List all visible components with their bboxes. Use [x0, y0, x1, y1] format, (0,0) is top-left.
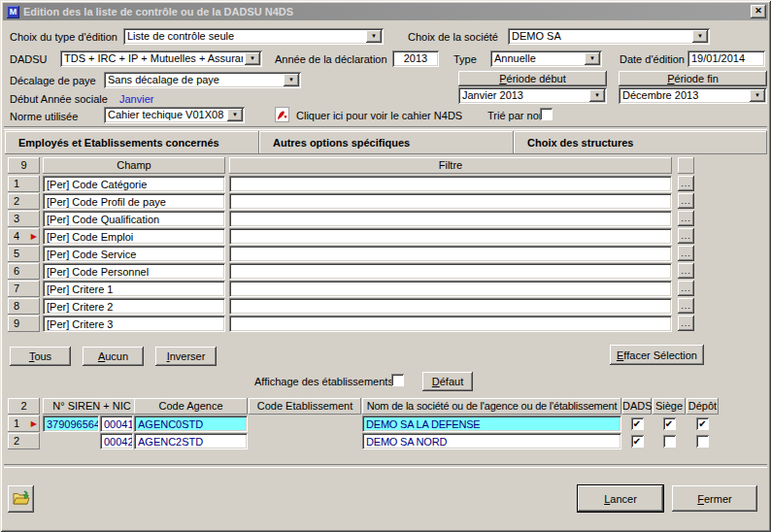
periode-fin-combobox[interactable]: Décembre 2013 ▼ — [619, 87, 767, 104]
chevron-down-icon[interactable]: ▼ — [692, 30, 708, 43]
filtre-field[interactable] — [229, 316, 672, 332]
row-header-cell[interactable]: 5 — [8, 246, 40, 262]
annee-declaration-input[interactable]: 2013 — [392, 50, 439, 67]
chevron-down-icon[interactable]: ▼ — [245, 52, 260, 65]
champ-field[interactable]: [Per] Code Personnel — [43, 263, 225, 280]
row-header-cell[interactable]: 4▶ — [8, 228, 40, 245]
nom-field[interactable]: DEMO SA NORD — [362, 433, 621, 449]
trie-par-nom-checkbox[interactable] — [540, 108, 553, 120]
filtre-field[interactable] — [229, 228, 672, 245]
effacer-selection-button[interactable]: Effacer Sélection — [610, 345, 704, 365]
dads-checkbox[interactable]: ✔ — [631, 435, 644, 448]
filter-more-button[interactable]: ... — [678, 176, 694, 191]
export-button[interactable] — [8, 485, 34, 513]
champ-field[interactable]: [Per] Code Profil de paye — [43, 193, 225, 210]
inverser-button[interactable]: Inverser — [155, 347, 217, 366]
societe-combobox[interactable]: DEMO SA ▼ — [508, 28, 710, 45]
date-edition-input[interactable]: 19/01/2014 — [687, 50, 765, 67]
siege-checkbox[interactable]: ✔ — [663, 417, 676, 430]
etab-agence-header[interactable]: Code Agence — [134, 398, 248, 415]
filter-more-button[interactable]: ... — [678, 193, 694, 209]
aucun-button[interactable]: Aucun — [83, 347, 144, 366]
affichage-etablissements-checkbox[interactable] — [391, 374, 404, 386]
chevron-down-icon[interactable]: ▼ — [366, 30, 382, 43]
type-edition-combobox[interactable]: Liste de contrôle seule ▼ — [123, 28, 384, 45]
fermer-button[interactable]: Fermer — [672, 485, 757, 512]
filter-corner-cell[interactable]: 9 — [8, 157, 40, 174]
filter-more-button[interactable]: ... — [678, 211, 694, 226]
pdf-icon[interactable] — [275, 107, 289, 124]
filter-table-row: 6[Per] Code Personnel... — [8, 263, 771, 280]
siren-field[interactable]: 379096564 — [43, 416, 99, 432]
tab-employes-etablissements[interactable]: Employés et Etablissements concernés — [5, 131, 259, 154]
filtre-field[interactable] — [229, 298, 672, 315]
filtre-field[interactable] — [229, 246, 672, 262]
filter-more-button[interactable]: ... — [678, 316, 694, 331]
etab-dads-header[interactable]: DADS — [622, 398, 652, 415]
dadsu-combobox[interactable]: TDS + IRC + IP + Mutuelles + Assuranc ▼ — [60, 50, 262, 67]
title-bar[interactable]: M Edition des la liste de contrôle ou de… — [3, 3, 768, 20]
periode-debut-combobox[interactable]: Janvier 2013 ▼ — [458, 87, 607, 104]
depot-checkbox[interactable]: ✔ — [696, 417, 709, 430]
row-header-cell[interactable]: 1 — [8, 176, 40, 192]
etab-nom-header[interactable]: Nom de la société ou de l'agence ou de l… — [362, 398, 621, 415]
filter-more-button[interactable]: ... — [678, 298, 694, 314]
champ-field[interactable]: [Per] Code Emploi — [43, 228, 225, 245]
chevron-down-icon[interactable]: ▼ — [589, 89, 605, 102]
siege-checkbox[interactable] — [663, 435, 676, 448]
chevron-down-icon[interactable]: ▼ — [284, 74, 299, 86]
depot-checkbox[interactable] — [696, 435, 709, 448]
row-header-cell[interactable]: 6 — [8, 263, 40, 280]
tab-autres-options[interactable]: Autres options spécifiques — [259, 131, 514, 154]
filter-more-button[interactable]: ... — [678, 228, 694, 244]
nic-field[interactable]: 00041 — [100, 416, 133, 432]
nom-field[interactable]: DEMO SA LA DEFENSE — [362, 416, 621, 432]
filtre-field[interactable] — [229, 263, 672, 280]
row-header-cell[interactable]: 2 — [8, 433, 40, 449]
tous-button[interactable]: Tous — [10, 347, 71, 366]
lancer-button[interactable]: Lancer — [578, 485, 663, 512]
row-header-cell[interactable]: 1▶ — [8, 416, 40, 432]
filtre-field[interactable] — [229, 193, 672, 210]
filter-more-button[interactable]: ... — [678, 263, 694, 279]
etab-siren-header[interactable]: N° SIREN + NIC — [43, 398, 141, 415]
filter-more-button[interactable]: ... — [678, 281, 694, 296]
filtre-field[interactable] — [229, 281, 672, 297]
etab-siege-header[interactable]: Siège — [653, 398, 686, 415]
defaut-button[interactable]: Défaut — [422, 372, 473, 391]
norme-combobox[interactable]: Cahier techique V01X08 ▼ — [104, 107, 245, 123]
nic-field[interactable]: 00042 — [100, 433, 133, 449]
etab-etablissement-header[interactable]: Code Etablissement — [249, 398, 361, 415]
chevron-down-icon[interactable]: ▼ — [227, 109, 243, 121]
champ-field[interactable]: [Per] Critere 1 — [43, 281, 225, 297]
row-header-cell[interactable]: 8 — [8, 298, 40, 315]
champ-field[interactable]: [Per] Critere 3 — [43, 316, 225, 332]
chevron-down-icon[interactable]: ▼ — [585, 52, 600, 65]
etab-depot-header[interactable]: Dépôt — [687, 398, 719, 415]
champ-field[interactable]: [Per] Code Qualification — [43, 211, 225, 227]
champ-field[interactable]: [Per] Code Service — [43, 246, 225, 262]
champ-field[interactable]: [Per] Code Catégorie — [43, 176, 225, 192]
row-header-cell[interactable]: 9 — [8, 316, 40, 332]
row-header-cell[interactable]: 3 — [8, 211, 40, 227]
filtre-field[interactable] — [229, 176, 672, 192]
type-combobox[interactable]: Annuelle ▼ — [490, 50, 602, 67]
periode-fin-button[interactable]: Période fin — [619, 71, 767, 86]
filter-filtre-header[interactable]: Filtre — [229, 157, 672, 174]
decalage-combobox[interactable]: Sans décalage de paye ▼ — [104, 72, 301, 88]
code-agence-field[interactable]: AGENC2STD — [134, 433, 248, 449]
filtre-field[interactable] — [229, 211, 672, 227]
champ-field[interactable]: [Per] Critere 2 — [43, 298, 225, 315]
row-header-cell[interactable]: 2 — [8, 193, 40, 210]
cahier-n4ds-link[interactable]: Cliquer ici pour voir le cahier N4DS — [296, 109, 462, 122]
row-header-cell[interactable]: 7 — [8, 281, 40, 297]
dads-checkbox[interactable]: ✔ — [631, 417, 644, 430]
etab-corner-cell[interactable]: 2 — [8, 398, 40, 415]
filter-more-button[interactable]: ... — [678, 246, 694, 261]
close-button[interactable]: ✕ — [751, 5, 766, 18]
periode-debut-button[interactable]: Période début — [458, 71, 607, 86]
filter-champ-header[interactable]: Champ — [43, 157, 225, 174]
code-agence-field[interactable]: AGENC0STD — [134, 416, 248, 432]
tab-choix-structures[interactable]: Choix des structures — [514, 131, 767, 154]
chevron-down-icon[interactable]: ▼ — [750, 89, 765, 102]
